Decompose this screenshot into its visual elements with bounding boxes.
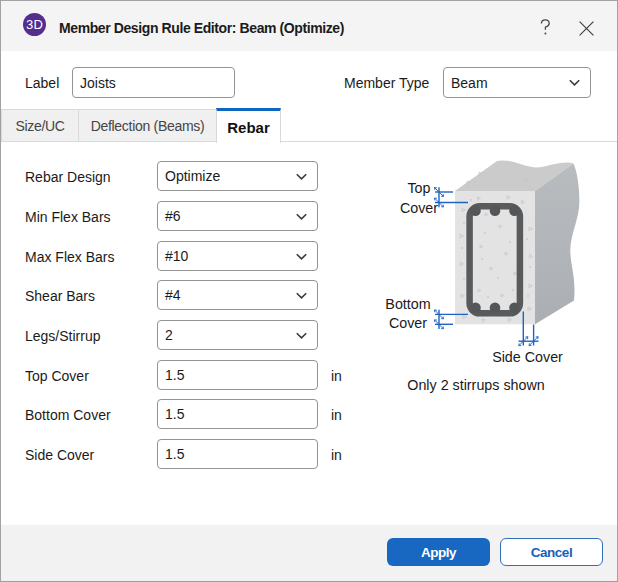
svg-text:Side Cover: Side Cover (492, 349, 563, 365)
svg-text:Cover: Cover (389, 315, 427, 331)
svg-text:Cover: Cover (400, 200, 438, 216)
svg-text:Bottom: Bottom (385, 296, 430, 312)
svg-text:Only 2 stirrups shown: Only 2 stirrups shown (407, 377, 545, 393)
svg-text:Top: Top (407, 180, 430, 196)
